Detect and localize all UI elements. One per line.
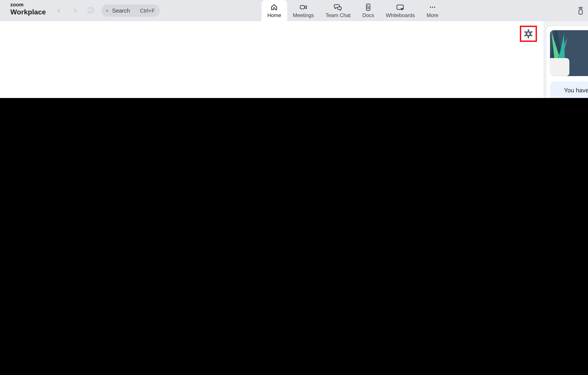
meetings-panel: ••• 14:48 Sunday, August 17 You haven't … [544,21,588,98]
meetings-panel-card: ••• 14:48 Sunday, August 17 You haven't … [546,26,588,98]
tab-label: Meetings [293,13,314,18]
clock-card: ••• 14:48 Sunday, August 17 [550,30,588,76]
forward-icon [73,8,78,13]
logo-line1: zoom [10,2,46,7]
settings-gear-icon[interactable] [524,29,533,39]
banner-text: You haven't connected your calendar yet.… [564,85,588,98]
device-icon [576,6,585,15]
home-icon [270,3,279,12]
history-icon [86,6,95,15]
settings-annotation-box [520,26,537,42]
home-content: New meeting Join [0,21,544,98]
search-shortcut: Ctrl+F [140,7,155,14]
search-icon [106,7,108,14]
tab-label: Home [267,13,281,18]
tab-docs[interactable]: Docs [357,0,380,21]
tab-label: Docs [362,13,374,18]
tab-meetings[interactable]: Meetings [287,0,320,21]
meetings-icon [299,3,308,12]
clock-date: Sunday, August 17 [550,60,588,67]
search-input[interactable]: Ctrl+F [101,4,160,17]
zoom-workplace-logo: zoom Workplace [10,2,46,16]
tab-label: More [427,13,438,18]
back-icon [56,8,62,13]
tab-label: Whiteboards [386,13,415,18]
logo-line2: Workplace [10,9,46,16]
tab-more[interactable]: More [421,0,444,21]
tab-home[interactable]: Home [262,0,287,21]
titlebar: zoom Workplace Ctrl+F [0,0,588,21]
docs-icon [364,3,373,12]
tab-team-chat[interactable]: Team Chat [320,0,357,21]
whiteboards-icon [396,3,405,12]
tab-whiteboards[interactable]: Whiteboards [380,0,421,21]
calendar-connect-banner: You haven't connected your calendar yet.… [550,82,588,98]
more-icon [428,3,437,12]
clock-time: 14:48 [550,39,588,57]
connect-device-button[interactable] [573,0,588,21]
tab-label: Team Chat [326,13,351,18]
banner-line1: You haven't connected your calendar yet. [564,87,588,94]
search-field[interactable] [111,7,137,14]
main-tabs: Home Meetings Team Chat Docs Whiteboards [262,0,444,21]
zoom-workplace-window: zoom Workplace Ctrl+F [0,0,588,98]
forward-button[interactable] [67,0,83,21]
back-button[interactable] [51,0,67,21]
history-button[interactable] [83,0,98,21]
team-chat-icon [334,3,343,12]
